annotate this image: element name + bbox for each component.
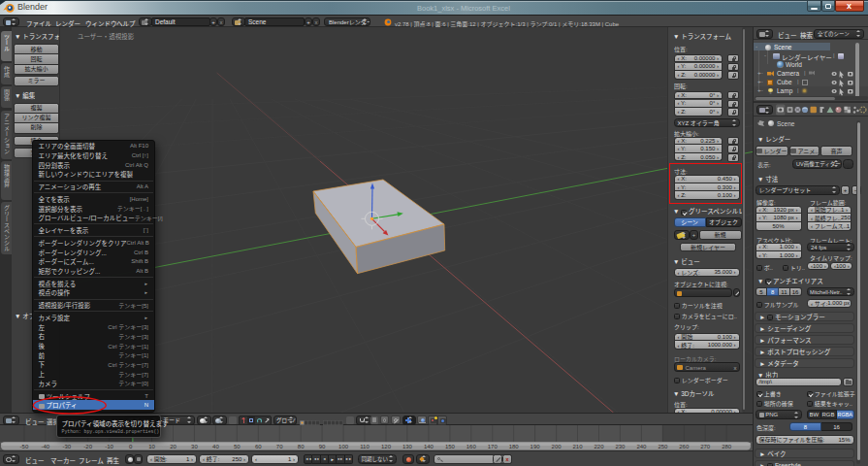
svg-text:10: 10 (148, 444, 155, 449)
svg-text:240: 240 (636, 444, 647, 449)
svg-text:220: 220 (594, 444, 604, 449)
svg-text:130: 130 (402, 444, 413, 449)
svg-text:230: 230 (615, 444, 626, 449)
svg-text:250: 250 (658, 444, 668, 449)
svg-text:90: 90 (319, 444, 326, 449)
svg-text:200: 200 (552, 444, 563, 449)
svg-text:100: 100 (338, 444, 349, 449)
svg-text:80: 80 (298, 444, 305, 449)
svg-text:-30: -30 (62, 444, 71, 449)
svg-text:60: 60 (255, 444, 262, 449)
svg-text:210: 210 (572, 444, 583, 449)
svg-text:270: 270 (700, 444, 711, 449)
svg-text:-50: -50 (20, 444, 29, 449)
svg-text:190: 190 (530, 444, 541, 449)
svg-text:140: 140 (424, 444, 434, 449)
svg-text:-40: -40 (41, 444, 49, 449)
svg-text:150: 150 (445, 444, 456, 449)
svg-text:40: 40 (212, 444, 219, 449)
svg-text:30: 30 (191, 444, 198, 449)
svg-text:-20: -20 (83, 444, 92, 449)
svg-text:-10: -10 (105, 444, 113, 449)
svg-text:170: 170 (488, 444, 498, 449)
svg-text:110: 110 (360, 444, 370, 449)
svg-text:20: 20 (170, 444, 177, 449)
svg-text:160: 160 (466, 444, 477, 449)
svg-text:70: 70 (276, 444, 283, 449)
svg-text:260: 260 (679, 444, 690, 449)
svg-text:280: 280 (722, 444, 732, 449)
svg-text:50: 50 (234, 444, 241, 449)
svg-text:180: 180 (509, 444, 520, 449)
svg-text:120: 120 (381, 444, 392, 449)
